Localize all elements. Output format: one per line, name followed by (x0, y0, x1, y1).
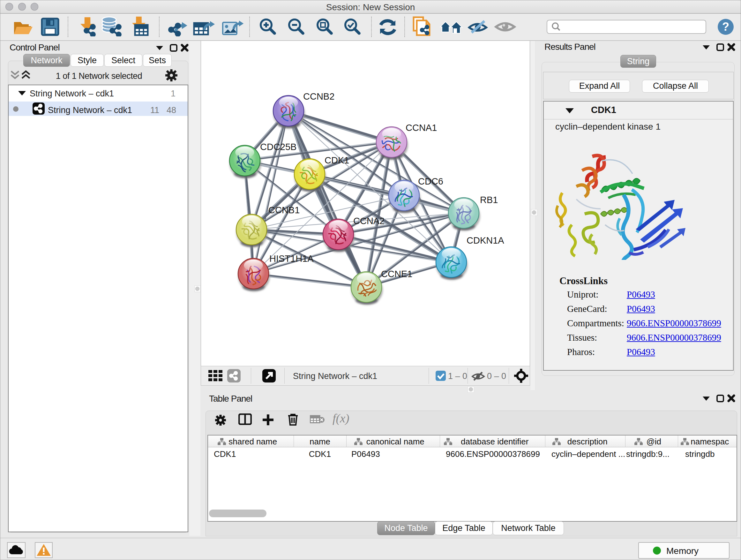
svg-text:CCNB1: CCNB1 (268, 205, 300, 215)
svg-text:CCNE1: CCNE1 (381, 269, 412, 279)
svg-text:CDK1: CDK1 (325, 155, 349, 165)
svg-text:CCNA2: CCNA2 (353, 216, 385, 226)
svg-text:CDC25B: CDC25B (260, 142, 296, 152)
svg-text:?: ? (722, 20, 729, 33)
svg-text:CDKN1A: CDKN1A (467, 235, 504, 246)
svg-text:HIST1H1A: HIST1H1A (269, 253, 314, 264)
svg-text:RB1: RB1 (480, 195, 498, 205)
svg-text:CCNA1: CCNA1 (406, 123, 437, 133)
svg-text:CCNB2: CCNB2 (303, 91, 334, 102)
svg-text:CDC6: CDC6 (418, 176, 443, 186)
